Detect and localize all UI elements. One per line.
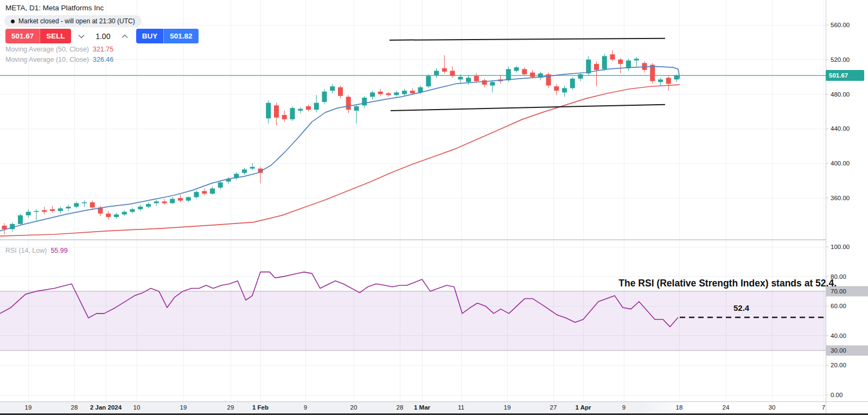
svg-text:560.00: 560.00 (831, 22, 850, 28)
svg-text:30.00: 30.00 (831, 347, 846, 354)
svg-text:19: 19 (25, 404, 32, 411)
market-status-dot-icon (11, 20, 15, 23)
rsi-annotation-text: The RSI (Relative Strength Index) stands… (618, 278, 837, 289)
chevron-down-icon[interactable] (72, 34, 91, 39)
svg-text:9: 9 (622, 404, 626, 411)
indicator-legend-ma50: Moving Average (50, Close) 321.75 (5, 46, 113, 53)
sell-price[interactable]: 501.67 (5, 29, 40, 43)
svg-text:400.00: 400.00 (831, 160, 850, 167)
ma50-label: Moving Average (50, Close) (5, 46, 89, 53)
buy-button[interactable]: BUY 501.82 (136, 29, 199, 43)
svg-text:20.00: 20.00 (831, 362, 846, 368)
time-axis[interactable]: 19282 Jan 20241019291 Feb920281 Mar11192… (0, 401, 868, 413)
svg-text:30: 30 (769, 404, 776, 411)
svg-text:60.00: 60.00 (831, 303, 846, 309)
quantity-value[interactable]: 1.00 (91, 32, 116, 41)
ma10-value: 326.46 (93, 56, 113, 63)
svg-text:100.00: 100.00 (831, 244, 850, 250)
rsi-value: 55.99 (50, 247, 67, 254)
svg-text:29: 29 (227, 404, 234, 411)
candles (2, 50, 679, 234)
svg-text:40.00: 40.00 (831, 333, 846, 339)
rsi-legend: RSI (14, Low) 55.99 (5, 247, 68, 254)
svg-text:480.00: 480.00 (831, 91, 850, 98)
svg-text:440.00: 440.00 (831, 125, 850, 132)
svg-text:28: 28 (397, 404, 404, 411)
rsi-band (0, 291, 826, 350)
chart-canvas[interactable]: 560.00520.00480.00440.00400.00360.00100.… (0, 0, 868, 415)
rsi-level-label: 52.4 (733, 303, 749, 312)
quantity-stepper: 1.00 (72, 29, 134, 43)
buy-price[interactable]: 501.82 (163, 29, 198, 43)
sell-button[interactable]: 501.67 SELL (5, 29, 71, 43)
svg-text:520.00: 520.00 (831, 56, 850, 63)
svg-text:2 Jan 2024: 2 Jan 2024 (90, 404, 122, 411)
price-axis[interactable]: 560.00520.00480.00440.00400.00360.00100.… (826, 0, 868, 413)
svg-text:9: 9 (304, 404, 307, 411)
chevron-up-icon[interactable] (116, 34, 134, 39)
market-status-pill: Market closed - will open at 21:30 (UTC) (4, 15, 142, 27)
svg-text:1 Feb: 1 Feb (252, 404, 269, 411)
sell-label[interactable]: SELL (40, 29, 71, 43)
svg-text:27: 27 (550, 404, 557, 411)
symbol-title: META, D1: Meta Platforms Inc (5, 4, 104, 12)
svg-text:20: 20 (350, 404, 358, 411)
svg-text:360.00: 360.00 (831, 195, 850, 201)
svg-text:24: 24 (723, 404, 730, 411)
market-status-text: Market closed - will open at 21:30 (UTC) (18, 17, 135, 25)
trading-chart-window: 560.00520.00480.00440.00400.00360.00100.… (0, 0, 868, 415)
indicator-legend-ma10: Moving Average (10, Close) 326.46 (5, 56, 113, 63)
ma10-label: Moving Average (10, Close) (5, 56, 89, 63)
rsi-label: RSI (14, Low) (5, 247, 47, 254)
svg-text:19: 19 (504, 404, 511, 411)
svg-text:10: 10 (133, 404, 141, 411)
last-price-axis-label: 501.67 (826, 70, 864, 81)
svg-text:1 Apr: 1 Apr (576, 404, 591, 411)
trade-panel: 501.67 SELL 1.00 BUY 501.82 (5, 29, 199, 43)
svg-text:19: 19 (180, 404, 187, 411)
svg-text:18: 18 (676, 404, 683, 411)
svg-text:7: 7 (822, 404, 825, 411)
svg-text:1 Mar: 1 Mar (414, 404, 431, 411)
svg-text:0.00: 0.00 (831, 392, 843, 398)
svg-text:28: 28 (71, 404, 78, 411)
svg-text:11: 11 (458, 404, 464, 411)
ma50-value: 321.75 (93, 46, 113, 53)
buy-label[interactable]: BUY (136, 29, 164, 43)
